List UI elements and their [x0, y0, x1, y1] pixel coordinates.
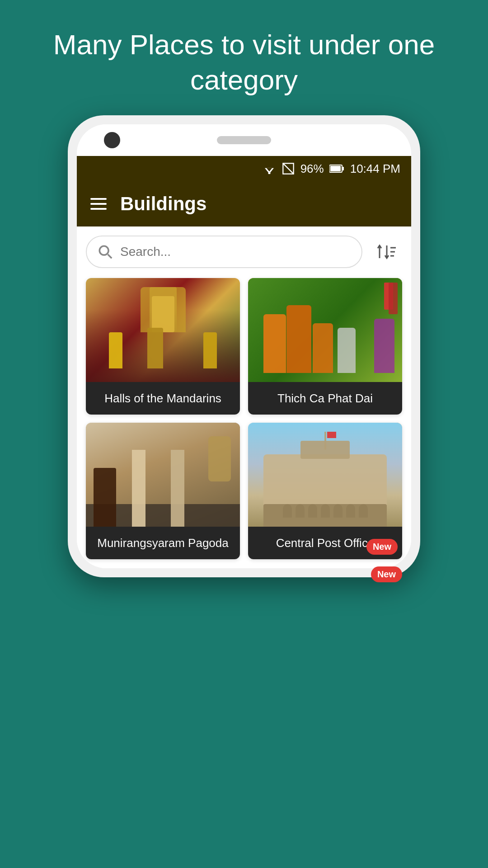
svg-rect-6 [342, 167, 344, 170]
card-muni[interactable]: Munirangsyaram Pagoda [86, 423, 240, 559]
battery-icon [329, 164, 345, 173]
search-icon [98, 244, 113, 259]
card-halls-image [86, 278, 240, 382]
hamburger-menu-button[interactable] [90, 198, 107, 210]
card-post[interactable]: Central Post Office New [248, 423, 402, 559]
places-grid: Halls of the Mandarins [86, 278, 402, 559]
svg-line-9 [108, 255, 112, 259]
pagoda-column-2 [171, 450, 184, 527]
card-muni-image [86, 423, 240, 527]
app-bar: Buildings [77, 181, 411, 226]
wifi-icon [263, 163, 276, 174]
speaker-grille [217, 136, 271, 144]
pagoda-column-1 [132, 450, 145, 527]
clock-time: 10:44 PM [350, 162, 400, 176]
phone-top-bar [77, 124, 411, 156]
phone-mockup: 96% 10:44 PM Buildings [68, 115, 420, 577]
battery-percent: 96% [300, 162, 324, 176]
new-badge-post: New [366, 539, 398, 555]
search-row [86, 236, 402, 268]
card-thich-label: Thich Ca Phat Dai [248, 382, 402, 415]
card-muni-label: Munirangsyaram Pagoda [86, 527, 240, 559]
card-post-image [248, 423, 402, 527]
status-bar: 96% 10:44 PM [77, 156, 411, 181]
signal-icon [282, 162, 295, 175]
card-thich-image [248, 278, 402, 382]
svg-line-4 [283, 163, 293, 174]
sort-filter-button[interactable] [370, 236, 402, 268]
content-area: Halls of the Mandarins [77, 226, 411, 568]
post-building-facade [263, 454, 387, 527]
search-input[interactable] [120, 245, 351, 259]
app-bar-title: Buildings [120, 193, 206, 215]
card-halls-label: Halls of the Mandarins [86, 382, 240, 415]
search-box[interactable] [86, 236, 362, 268]
card-thich[interactable]: Thich Ca Phat Dai [248, 278, 402, 415]
svg-point-8 [99, 246, 108, 255]
page-header-title: Many Places to visit under one category [0, 0, 488, 115]
front-camera [104, 132, 120, 148]
sort-icon [375, 241, 397, 263]
svg-rect-7 [330, 166, 341, 171]
new-badge-bottom: New [371, 566, 402, 582]
card-halls[interactable]: Halls of the Mandarins [86, 278, 240, 415]
